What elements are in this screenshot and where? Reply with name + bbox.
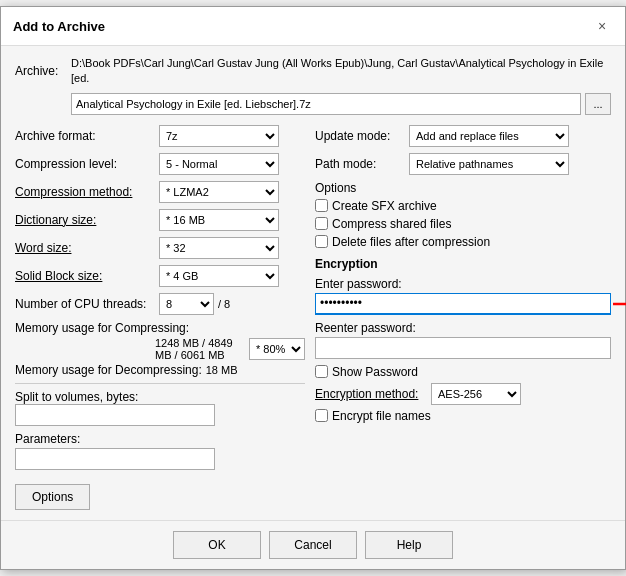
- split-label: Split to volumes, bytes:: [15, 390, 305, 404]
- arrow-indicator: [611, 295, 626, 313]
- password-input-container: [315, 293, 611, 315]
- archive-path-text: D:\Book PDFs\Carl Jung\Carl Gustav Jung …: [71, 56, 611, 85]
- compression-method-row: Compression method: * LZMA2: [15, 181, 305, 203]
- compression-method-label: Compression method:: [15, 185, 155, 199]
- red-arrow-icon: [611, 295, 626, 313]
- encrypt-names-label: Encrypt file names: [332, 409, 431, 423]
- options-group-title: Options: [315, 181, 611, 195]
- options-group: Options Create SFX archive Compress shar…: [315, 181, 611, 249]
- archive-label: Archive:: [15, 64, 65, 78]
- memory-compress-value-row: 1248 MB / 4849 MB / 6061 MB * 80%: [155, 337, 305, 361]
- dialog-body: Archive: D:\Book PDFs\Carl Jung\Carl Gus…: [1, 46, 625, 520]
- enc-method-label: Encryption method:: [315, 387, 425, 401]
- enter-password-label: Enter password:: [315, 277, 611, 291]
- word-size-row: Word size: * 32: [15, 237, 305, 259]
- show-password-label: Show Password: [332, 365, 418, 379]
- compression-level-row: Compression level: 5 - Normal: [15, 153, 305, 175]
- main-columns: Archive format: 7z Compression level: 5 …: [15, 125, 611, 510]
- compression-level-label: Compression level:: [15, 157, 155, 171]
- left-column: Archive format: 7z Compression level: 5 …: [15, 125, 305, 510]
- update-mode-label: Update mode:: [315, 129, 405, 143]
- solid-block-row: Solid Block size: * 4 GB: [15, 265, 305, 287]
- path-mode-label: Path mode:: [315, 157, 405, 171]
- format-select[interactable]: 7z: [159, 125, 279, 147]
- delete-label: Delete files after compression: [332, 235, 490, 249]
- add-to-archive-dialog: Add to Archive × Archive: D:\Book PDFs\C…: [0, 6, 626, 570]
- update-mode-select[interactable]: Add and replace files: [409, 125, 569, 147]
- path-mode-select[interactable]: Relative pathnames: [409, 153, 569, 175]
- split-input[interactable]: [15, 404, 215, 426]
- dialog-title: Add to Archive: [13, 19, 105, 34]
- dictionary-size-row: Dictionary size: * 16 MB: [15, 209, 305, 231]
- archive-label-row: Archive: D:\Book PDFs\Carl Jung\Carl Gus…: [15, 56, 611, 85]
- options-button[interactable]: Options: [15, 484, 90, 510]
- path-mode-row: Path mode: Relative pathnames: [315, 153, 611, 175]
- memory-decompress-row: Memory usage for Decompressing: 18 MB: [15, 363, 305, 377]
- archive-input[interactable]: [71, 93, 581, 115]
- update-mode-row: Update mode: Add and replace files: [315, 125, 611, 147]
- ok-button[interactable]: OK: [173, 531, 261, 559]
- cancel-button[interactable]: Cancel: [269, 531, 357, 559]
- show-password-row: Show Password: [315, 365, 611, 379]
- password-input[interactable]: [315, 293, 611, 315]
- reenter-password-label: Reenter password:: [315, 321, 611, 335]
- memory-compress-row: Memory usage for Compressing:: [15, 321, 305, 335]
- word-size-select[interactable]: * 32: [159, 237, 279, 259]
- archive-input-row: ...: [71, 93, 611, 115]
- enc-method-row: Encryption method: AES-256: [315, 383, 611, 405]
- compression-level-select[interactable]: 5 - Normal: [159, 153, 279, 175]
- delete-row: Delete files after compression: [315, 235, 611, 249]
- help-button[interactable]: Help: [365, 531, 453, 559]
- dialog-footer: OK Cancel Help: [1, 520, 625, 569]
- show-password-checkbox[interactable]: [315, 365, 328, 378]
- enc-method-select[interactable]: AES-256: [431, 383, 521, 405]
- params-input[interactable]: [15, 448, 215, 470]
- encrypt-names-checkbox[interactable]: [315, 409, 328, 422]
- memory-compress-select[interactable]: * 80%: [249, 338, 305, 360]
- memory-compress-value: 1248 MB / 4849 MB / 6061 MB: [155, 337, 243, 361]
- close-button[interactable]: ×: [591, 15, 613, 37]
- dictionary-size-select[interactable]: * 16 MB: [159, 209, 279, 231]
- reenter-input-row: [315, 337, 611, 359]
- cpu-threads-total: / 8: [218, 298, 230, 310]
- solid-block-select[interactable]: * 4 GB: [159, 265, 279, 287]
- dictionary-size-label: Dictionary size:: [15, 213, 155, 227]
- memory-compress-label: Memory usage for Compressing:: [15, 321, 189, 335]
- params-section: Parameters:: [15, 432, 305, 470]
- memory-decompress-value: 18 MB: [206, 364, 238, 376]
- title-bar: Add to Archive ×: [1, 7, 625, 46]
- encryption-group: Encryption Enter password: Reenter passw…: [315, 257, 611, 423]
- format-label: Archive format:: [15, 129, 155, 143]
- sfx-checkbox[interactable]: [315, 199, 328, 212]
- memory-decompress-label: Memory usage for Decompressing:: [15, 363, 202, 377]
- browse-button[interactable]: ...: [585, 93, 611, 115]
- sfx-row: Create SFX archive: [315, 199, 611, 213]
- shared-row: Compress shared files: [315, 217, 611, 231]
- cpu-threads-select[interactable]: 8: [159, 293, 214, 315]
- encrypt-names-row: Encrypt file names: [315, 409, 611, 423]
- word-size-label: Word size:: [15, 241, 155, 255]
- sfx-label: Create SFX archive: [332, 199, 437, 213]
- delete-checkbox[interactable]: [315, 235, 328, 248]
- shared-checkbox[interactable]: [315, 217, 328, 230]
- format-row: Archive format: 7z: [15, 125, 305, 147]
- right-column: Update mode: Add and replace files Path …: [315, 125, 611, 510]
- cpu-threads-row: Number of CPU threads: 8 / 8: [15, 293, 305, 315]
- split-row: Split to volumes, bytes:: [15, 390, 305, 426]
- params-label: Parameters:: [15, 432, 305, 446]
- cpu-threads-label: Number of CPU threads:: [15, 297, 155, 311]
- solid-block-label: Solid Block size:: [15, 269, 155, 283]
- encryption-title: Encryption: [315, 257, 611, 271]
- compression-method-select[interactable]: * LZMA2: [159, 181, 279, 203]
- reenter-password-input[interactable]: [315, 337, 611, 359]
- shared-label: Compress shared files: [332, 217, 451, 231]
